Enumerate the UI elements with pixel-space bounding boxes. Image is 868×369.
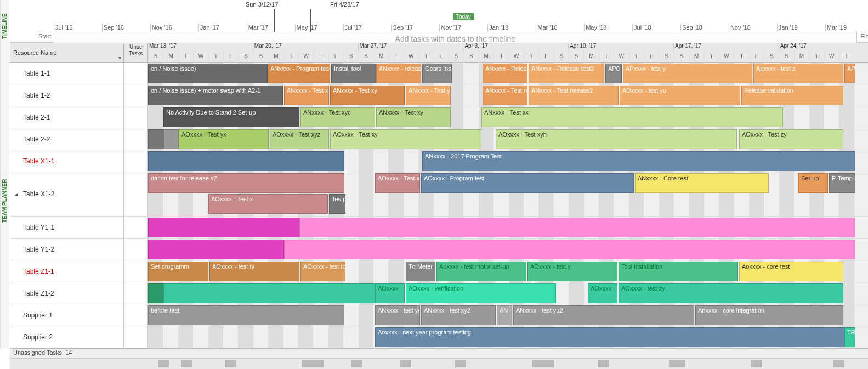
task-bar[interactable] <box>148 240 284 259</box>
gantt-row[interactable]: No Activity Due to Stand 2 Set-upANxxxx … <box>148 106 868 128</box>
task-bar[interactable] <box>148 218 299 237</box>
resource-name[interactable]: Table X1-1 <box>10 150 124 172</box>
task-bar[interactable]: Tq Meter <box>406 262 435 281</box>
task-bar[interactable]: Install tool <box>331 64 376 83</box>
task-bar[interactable]: AOxxxx - Test x <box>375 173 420 193</box>
resource-name[interactable]: Table Y1-2 <box>10 239 124 260</box>
resource-name[interactable]: Table 2-2 <box>10 128 124 150</box>
task-bar[interactable]: AOxxxx - test ty <box>209 262 299 281</box>
task-bar[interactable]: ANxxxx - Test release2 <box>529 86 619 105</box>
gantt-row[interactable]: AOxxxx - OCAOxxxx - verificationAOxxxx -… <box>148 282 868 304</box>
col-unscheduled[interactable]: Unsc Tasks <box>124 43 148 62</box>
task-bar[interactable]: AOxxxx - test tc <box>300 262 345 281</box>
resource-name[interactable]: Supplier 1 <box>10 304 124 326</box>
task-bar[interactable]: ANxxxx - test yu2 <box>513 305 694 325</box>
task-bar[interactable]: AOxxxx - Test zy <box>739 129 843 149</box>
gantt-row[interactable]: AOxxxx - Test yxAOxxxx - Test xyzAOxxxx … <box>148 128 868 150</box>
task-bar[interactable]: ANxxxx - Program test <box>268 64 330 83</box>
task-bar[interactable]: AOxxxx - OC <box>375 283 405 303</box>
task-bar[interactable]: ANxxxx - Test xyc <box>300 107 375 127</box>
task-bar[interactable]: Tes pau <box>329 194 345 214</box>
task-bar[interactable]: AOxxxx - test y <box>527 262 617 281</box>
task-bar[interactable] <box>163 129 179 149</box>
task-bar[interactable]: ANxxxx - Test xx <box>284 86 329 105</box>
task-bar[interactable] <box>148 129 163 149</box>
gantt-row[interactable]: ANxxxx - 2017 Program Test <box>148 150 868 172</box>
task-bar[interactable]: on / Noise Issue) <box>148 64 268 83</box>
task-bar[interactable]: ANxxxx - Core test <box>635 173 769 193</box>
gantt-row[interactable] <box>148 239 868 260</box>
task-bar[interactable]: TR <box>844 327 855 347</box>
task-bar[interactable]: ANxxxx - Test xy <box>376 107 451 127</box>
task-bar[interactable]: AOxxxx - Test xyz <box>270 129 329 149</box>
task-bar[interactable]: Aoxxxx - core test <box>739 262 843 281</box>
task-bar[interactable]: AOxxxx - test zy <box>619 283 843 303</box>
task-bar[interactable]: Aoxxxx - next year program testing <box>375 327 844 347</box>
task-bar[interactable]: ANxxxx - 2017 Program Test <box>422 151 855 171</box>
task-bar[interactable]: Set-up <box>798 173 828 193</box>
gantt-row[interactable]: Set programmAOxxxx - test tyAOxxxx - tes… <box>148 260 868 282</box>
task-bar[interactable]: ANxxxx - Test xx <box>481 107 783 127</box>
task-bar[interactable]: AOxxxx - Program test <box>421 173 634 193</box>
task-bar[interactable]: AOxxxx - Verify <box>588 283 617 303</box>
task-bar[interactable]: Set programm <box>148 262 208 281</box>
task-bar[interactable] <box>299 218 855 237</box>
task-bar[interactable]: AP0 - <box>605 64 622 83</box>
task-bar[interactable]: Gears Install <box>422 64 452 83</box>
task-bar[interactable]: AOxxxx - Test yx <box>179 129 269 149</box>
task-bar[interactable]: Release validation <box>741 86 843 105</box>
task-bar[interactable]: Tool installation <box>619 262 738 281</box>
task-bar[interactable]: Anxxxx - core integration <box>695 305 843 325</box>
gantt-row[interactable]: dation test for release #2AOxxxx - Test … <box>148 172 868 216</box>
task-bar[interactable]: APxxxx - test y <box>623 64 752 83</box>
gantt-row[interactable] <box>148 217 868 238</box>
task-bar[interactable]: ANxxxx - Release test2 <box>529 64 604 83</box>
team-planner-label: TEAM PLANNER <box>0 53 9 349</box>
resource-name[interactable]: Table Y1-1 <box>10 217 124 238</box>
task-bar[interactable] <box>163 283 375 303</box>
planner-body[interactable]: Table 1-1on / Noise Issue)ANxxxx - Progr… <box>10 63 868 348</box>
task-bar[interactable]: AN - <box>497 305 512 325</box>
task-bar[interactable]: ANxxxx - test xy2 <box>421 305 496 325</box>
col-dates: Mar 13, '17Mar 20, '17Mar 27, '17Apr 3, … <box>148 43 868 62</box>
task-bar[interactable]: AOxxxx - test yu <box>620 86 740 105</box>
resource-name[interactable]: Table 2-1 <box>10 106 124 128</box>
timeline-panel[interactable]: Sun 3/12/17 Fri 4/28/17 Today Jul '16Sep… <box>10 0 868 43</box>
task-bar[interactable]: AP <box>844 64 855 83</box>
resource-name[interactable]: Supplier 2 <box>10 326 124 348</box>
task-bar[interactable]: before test <box>148 305 344 325</box>
task-bar[interactable]: Aoxxxx - test motor set-up <box>436 262 526 281</box>
task-bar[interactable]: ANxxxx - test yu <box>375 305 420 325</box>
task-bar[interactable]: dation test for release #2 <box>148 173 344 193</box>
resource-name[interactable]: Table Z1-2 <box>10 282 124 304</box>
task-bar[interactable]: ANxxxx - Release test2 <box>483 64 527 83</box>
task-bar[interactable] <box>148 283 163 303</box>
collapse-icon[interactable]: ◢ <box>14 191 18 197</box>
resource-name[interactable]: Table Z1-1 <box>10 260 124 282</box>
task-bar[interactable]: AOxxxx - verification <box>406 283 556 303</box>
task-bar[interactable] <box>284 240 855 259</box>
task-bar[interactable]: AOxxxx - Test xy <box>330 129 481 149</box>
resource-name[interactable]: ◢Table X1-2 <box>10 172 124 216</box>
task-bar[interactable] <box>148 151 344 171</box>
unassigned-footer[interactable]: Unassigned Tasks: 14 <box>10 348 868 358</box>
col-resource-name[interactable]: Resource Name ▾ <box>10 43 124 62</box>
resource-name[interactable]: Table 1-2 <box>10 84 124 106</box>
task-bar[interactable]: ANxxxx - Test xy <box>330 86 405 105</box>
task-bar[interactable]: AOxxxx - Test x <box>208 194 328 214</box>
resource-name[interactable]: Table 1-1 <box>10 63 124 84</box>
task-bar[interactable]: ANxxxx - Test yy <box>406 86 451 105</box>
gantt-row[interactable]: on / Noise Issue)ANxxxx - Program testIn… <box>148 63 868 84</box>
task-bar[interactable]: AOxxxx - Test xyh <box>496 129 737 149</box>
gantt-row[interactable]: on / Noise Issue) + motor swap with A2-1… <box>148 84 868 106</box>
task-bar[interactable]: ANxxxx - release test <box>376 64 421 83</box>
gantt-row[interactable]: before testANxxxx - test yuANxxxx - test… <box>148 304 868 326</box>
task-bar[interactable]: Apxxxx - test z <box>753 64 843 83</box>
task-bar[interactable]: P-Temp Motor <box>829 173 855 193</box>
task-bar[interactable]: on / Noise Issue) + motor swap with A2-1 <box>148 86 283 105</box>
gantt-row[interactable]: Aoxxxx - next year program testingTR <box>148 326 868 348</box>
sort-icon[interactable]: ▾ <box>118 55 121 61</box>
task-bar[interactable]: No Activity Due to Stand 2 Set-up <box>163 107 299 127</box>
task-bar[interactable]: ANxxxx - Test release <box>483 86 527 105</box>
timeline-start-label: Start <box>38 33 51 39</box>
